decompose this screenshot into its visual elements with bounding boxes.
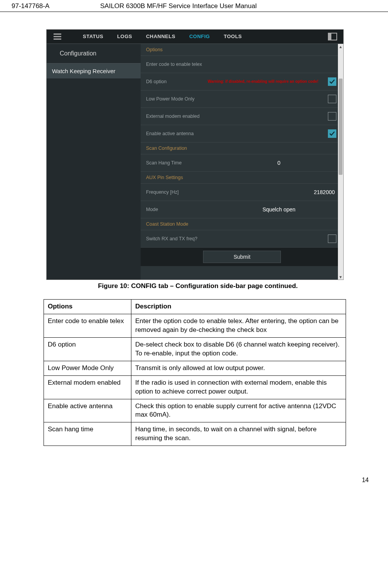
doc-number: 97-147768-A <box>12 2 89 10</box>
sidebar: Configuration Watch Keeping Receiver <box>47 44 141 280</box>
tabs: STATUS LOGS CHANNELS CONFIG TOOLS <box>76 30 322 44</box>
d6-label: D6 option <box>146 79 208 84</box>
mode-label: Mode <box>146 207 208 212</box>
freq-label: Frequency [Hz] <box>146 189 208 195</box>
antenna-label: Enable active antenna <box>146 131 208 136</box>
row-frequency[interactable]: Frequency [Hz] 2182000 <box>141 184 343 201</box>
modem-label: External modem enabled <box>146 114 208 119</box>
content-pane: Options Enter code to enable telex D6 op… <box>141 44 343 280</box>
hang-label: Scan Hang Time <box>146 160 208 166</box>
submit-button[interactable]: Submit <box>203 251 281 263</box>
d6-warning: Warning: if disabled, re-enabling will r… <box>208 79 328 84</box>
svg-rect-0 <box>54 34 61 35</box>
row-modem[interactable]: External modem enabled <box>141 108 343 125</box>
tab-tools[interactable]: TOOLS <box>217 30 249 44</box>
panel-icon[interactable] <box>326 32 339 41</box>
section-scan: Scan Configuration <box>141 142 343 154</box>
table-row: Enable active antennaCheck this option t… <box>44 399 346 422</box>
row-lowpower[interactable]: Low Power Mode Only <box>141 90 343 108</box>
page-header: 97-147768-A SAILOR 6300B MF/HF Service I… <box>0 0 388 12</box>
topbar: STATUS LOGS CHANNELS CONFIG TOOLS <box>47 30 343 44</box>
figure-caption: Figure 10: CONFIG tab – Configuration si… <box>46 280 349 295</box>
row-antenna[interactable]: Enable active antenna <box>141 125 343 142</box>
table-row: Enter code to enable telexEnter the opti… <box>44 314 346 337</box>
table-row: Scan hang timeHang time, in seconds, to … <box>44 422 346 446</box>
th-options: Options <box>44 300 131 314</box>
scroll-up-icon[interactable]: ▲ <box>338 44 343 49</box>
tab-status[interactable]: STATUS <box>76 30 110 44</box>
svg-rect-2 <box>54 39 61 40</box>
section-coast: Coast Station Mode <box>141 218 343 230</box>
switch-label: Switch RX and TX freq? <box>146 236 208 241</box>
scrollbar[interactable]: ▲ ▼ <box>338 44 343 280</box>
app-body: Configuration Watch Keeping Receiver Opt… <box>47 44 343 280</box>
row-telex[interactable]: Enter code to enable telex <box>141 56 343 73</box>
lowpower-checkbox[interactable] <box>328 95 336 103</box>
sidebar-title: Configuration <box>47 44 141 63</box>
th-description: Description <box>131 300 346 314</box>
section-aux: AUX Pin Settings <box>141 172 343 184</box>
row-d6[interactable]: D6 option Warning: if disabled, re-enabl… <box>141 73 343 90</box>
tab-channels[interactable]: CHANNELS <box>139 30 182 44</box>
description-table: Options Description Enter code to enable… <box>44 299 346 446</box>
switch-checkbox[interactable] <box>328 235 336 243</box>
row-switch-freq[interactable]: Switch RX and TX freq? <box>141 230 343 248</box>
tab-config[interactable]: CONFIG <box>182 30 217 44</box>
section-options: Options <box>141 44 343 56</box>
screenshot-container: STATUS LOGS CHANNELS CONFIG TOOLS Config… <box>0 12 388 299</box>
svg-rect-1 <box>54 36 61 37</box>
sidebar-item-watch-keeping[interactable]: Watch Keeping Receiver <box>47 63 141 79</box>
freq-value[interactable]: 2182000 <box>208 189 336 195</box>
row-hang-time[interactable]: Scan Hang Time 0 <box>141 154 343 172</box>
doc-title: SAILOR 6300B MF/HF Service Interface Use… <box>89 2 376 10</box>
menu-icon[interactable] <box>51 32 64 41</box>
table-row: D6 optionDe-select check box to disable … <box>44 337 346 361</box>
scroll-thumb[interactable] <box>339 79 343 175</box>
app-window: STATUS LOGS CHANNELS CONFIG TOOLS Config… <box>46 29 344 280</box>
telex-label: Enter code to enable telex <box>146 62 208 67</box>
d6-checkbox[interactable] <box>328 77 336 86</box>
table-header-row: Options Description <box>44 300 346 314</box>
modem-checkbox[interactable] <box>328 112 336 121</box>
tab-logs[interactable]: LOGS <box>110 30 139 44</box>
hang-value[interactable]: 0 <box>208 160 336 166</box>
row-mode[interactable]: Mode Squelch open <box>141 201 343 218</box>
table-row: Low Power Mode OnlyTransmit is only allo… <box>44 361 346 375</box>
table-row: External modem enabledIf the radio is us… <box>44 375 346 399</box>
scroll-down-icon[interactable]: ▼ <box>338 274 343 280</box>
page-number: 14 <box>0 446 388 484</box>
mode-value[interactable]: Squelch open <box>208 206 336 213</box>
svg-rect-4 <box>328 33 331 40</box>
lowpower-label: Low Power Mode Only <box>146 96 208 102</box>
submit-bar: Submit <box>141 248 343 266</box>
antenna-checkbox[interactable] <box>328 129 336 138</box>
